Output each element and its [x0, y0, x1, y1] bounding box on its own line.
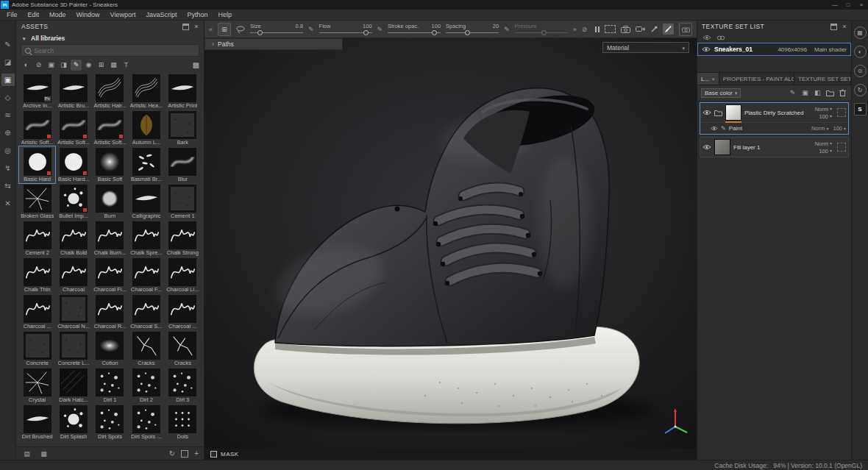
search-bar[interactable] [21, 44, 199, 57]
asset-item[interactable]: Artistic Hea... [128, 73, 164, 110]
asset-item[interactable]: Chalk Thin [19, 257, 55, 293]
brush-filter-icon[interactable]: ✎ [71, 60, 82, 71]
record-video-icon[interactable] [636, 26, 645, 32]
asset-item[interactable]: Artistic Hair... [92, 73, 128, 110]
polygon-fill-tool[interactable]: ◇ [1, 91, 15, 104]
asset-item[interactable]: Burn [92, 183, 128, 220]
environment-filter-icon[interactable]: ▦ [108, 60, 119, 71]
close-panel-icon[interactable] [194, 24, 199, 30]
layer-thumbnail[interactable] [714, 139, 730, 155]
menu-edit[interactable]: Edit [23, 11, 45, 18]
symmetry-tool[interactable]: ⇆ [1, 179, 15, 192]
asset-item[interactable]: Dirt 2 [128, 367, 164, 404]
viewer-settings-icon[interactable]: ▦ [854, 26, 867, 39]
asset-item[interactable]: Cement 2 [19, 220, 55, 257]
new-shelf-icon[interactable]: ▤ [21, 448, 32, 459]
expand-right-icon[interactable]: » [573, 26, 577, 33]
asset-item[interactable]: Artistic Soft... [92, 110, 128, 146]
substance-badge-icon[interactable]: S [854, 103, 867, 115]
asset-item[interactable]: Cracks [128, 330, 164, 367]
add-effect-icon[interactable]: ✎ [788, 88, 797, 98]
layer-row-fill[interactable]: Fill layer 1 Norm 100 [700, 137, 849, 157]
link-icon[interactable] [716, 35, 725, 40]
menu-mode[interactable]: Mode [44, 11, 71, 18]
asset-item[interactable]: Cotton [92, 330, 128, 367]
asset-item[interactable]: Concrete [19, 330, 55, 367]
pressure-toggle-icon[interactable]: ✎ [377, 26, 383, 33]
asset-item[interactable]: Bullet Imp... [55, 183, 91, 220]
size-param[interactable]: Size0.8 [250, 24, 303, 35]
asset-item[interactable]: Chalk Burn... [92, 220, 128, 257]
flow-slider[interactable] [319, 30, 372, 35]
asset-item[interactable]: Dots [165, 404, 201, 441]
asset-item[interactable]: Px Archive In... [19, 73, 55, 110]
search-input[interactable] [34, 47, 195, 54]
import-resources-icon[interactable]: ▦ [38, 448, 49, 459]
text-filter-icon[interactable]: T [121, 60, 132, 71]
eraser-tool[interactable]: ◪ [1, 56, 15, 68]
snapshot-camera-icon[interactable] [621, 26, 630, 33]
add-folder-icon[interactable] [825, 88, 835, 98]
asset-item[interactable]: Dirt Spots [92, 404, 128, 441]
expand-view-icon[interactable] [181, 450, 188, 457]
asset-item[interactable]: Cement 1 [165, 183, 201, 220]
paths-section[interactable]: Paths [204, 38, 343, 50]
asset-item[interactable]: Concrete L... [55, 330, 91, 367]
lasso-icon[interactable] [236, 26, 245, 33]
brush-grid-icon[interactable]: ⊞ [218, 23, 231, 36]
stroke-opacity-param[interactable]: Stroke opac.100 [388, 24, 441, 35]
minimize-button[interactable] [828, 0, 842, 10]
asset-item[interactable]: Charcoal Fi... [92, 257, 128, 293]
asset-item[interactable]: Dark Hatc... [55, 367, 91, 404]
asset-item[interactable]: Dirt Brushed [19, 404, 55, 441]
libraries-dropdown[interactable]: All libraries [16, 32, 204, 43]
asset-item[interactable]: Charcoal [55, 257, 91, 293]
layer-opacity[interactable]: 100 [819, 113, 828, 120]
menu-help[interactable]: Help [213, 11, 237, 18]
layer-thumbnail[interactable] [725, 104, 741, 121]
paint-brush-icon[interactable] [663, 24, 674, 35]
asset-item[interactable]: Artistic Soft... [19, 110, 55, 146]
asset-item[interactable]: Chalk Spre... [128, 220, 164, 257]
menu-python[interactable]: Python [182, 11, 213, 18]
asset-item[interactable]: Charcoal F... [128, 257, 164, 293]
close-button[interactable] [855, 0, 868, 10]
material-picker-tool[interactable]: ◎ [1, 144, 15, 157]
asset-item[interactable]: Artistic Print [165, 73, 201, 110]
empty-mask-slot[interactable] [837, 108, 846, 117]
layer-row-paint[interactable]: ✎ Paint Norm 100 [700, 122, 848, 134]
blend-mode[interactable]: Norm [815, 140, 828, 147]
smart-mask-filter-icon[interactable]: ▣ [46, 60, 57, 71]
asset-item[interactable]: Charcoal S... [128, 293, 164, 330]
eye-icon[interactable] [702, 110, 711, 115]
layer-opacity[interactable]: 100 [819, 148, 828, 154]
layer-row-selected[interactable]: Plastic Dirty Scratched Norm 100 ✎ Paint… [700, 102, 849, 135]
tab-properties-paint[interactable]: PROPERTIES - PAINT ALON... [719, 73, 794, 85]
asset-item[interactable]: Basic Hard... [55, 146, 91, 183]
pressure-param[interactable]: Pressure [515, 24, 568, 35]
close-tab-icon[interactable] [711, 76, 715, 82]
tab-layers[interactable]: L... [697, 73, 719, 85]
dock-panel-icon[interactable] [182, 24, 189, 30]
dock-panel-icon[interactable] [830, 24, 837, 30]
spacing-slider[interactable] [446, 30, 499, 35]
camera-settings-icon[interactable]: ⊙ [854, 65, 867, 77]
asset-item[interactable]: Chalk Bold [55, 220, 91, 257]
asset-item[interactable]: Basic Hard [19, 146, 55, 183]
asset-item[interactable]: Broken Glass [19, 183, 55, 220]
pressure-slider[interactable] [515, 30, 568, 35]
asset-item[interactable]: Dirt 3 [165, 367, 201, 404]
smudge-tool[interactable]: ≋ [1, 109, 15, 121]
eye-icon[interactable] [702, 144, 711, 150]
asset-item[interactable]: Charcoal ... [19, 293, 55, 330]
stamp-icon[interactable]: ▣ [800, 88, 810, 98]
pause-engine-icon[interactable] [595, 26, 600, 32]
close-panel-icon[interactable] [842, 24, 847, 30]
pressure-toggle-icon[interactable]: ✎ [504, 26, 510, 33]
asset-item[interactable]: Charcoal Li... [165, 257, 201, 293]
menu-viewport[interactable]: Viewport [105, 11, 141, 18]
texture-filter-icon[interactable]: ⊞ [96, 60, 107, 71]
smart-material-filter-icon[interactable]: ⊘ [33, 60, 44, 71]
asset-item[interactable]: Charcoal R... [92, 293, 128, 330]
asset-item[interactable]: Cracks [165, 330, 201, 367]
